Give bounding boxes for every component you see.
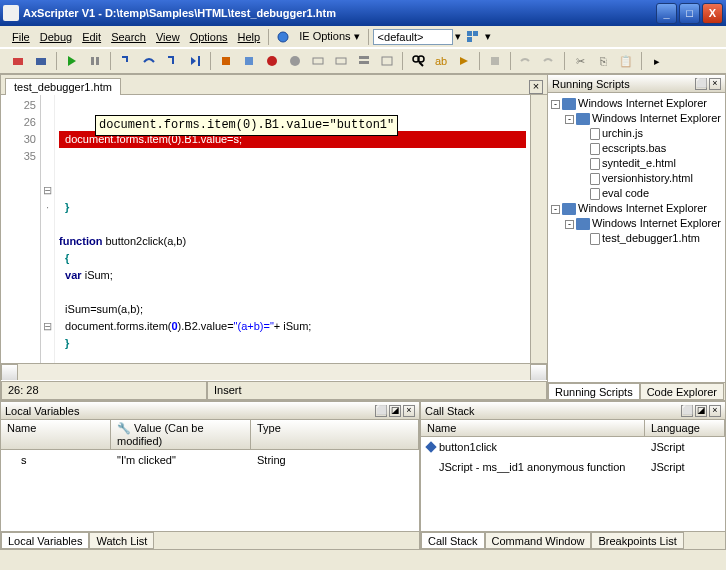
- locals-row[interactable]: s "I'm clicked" String: [1, 450, 419, 470]
- tree-node[interactable]: -Windows Internet Explorer: [551, 216, 722, 231]
- minimize-button[interactable]: _: [656, 3, 677, 24]
- col-name[interactable]: Name: [1, 420, 111, 449]
- step-into-button[interactable]: [116, 51, 136, 71]
- panel-max-button[interactable]: ◪: [695, 405, 707, 417]
- replace-button[interactable]: ab: [431, 51, 451, 71]
- svg-rect-25: [491, 57, 499, 65]
- tree-node[interactable]: -Windows Internet Explorer: [551, 111, 722, 126]
- tool-debug-icon[interactable]: [8, 51, 28, 71]
- copy-button[interactable]: ⎘: [593, 51, 613, 71]
- svg-text:ab: ab: [435, 55, 447, 67]
- menu-file[interactable]: File: [8, 29, 34, 45]
- panel-pin-button[interactable]: ⬜: [681, 405, 693, 417]
- menu-edit[interactable]: Edit: [78, 29, 105, 45]
- scroll-right-button[interactable]: [530, 364, 547, 381]
- overflow-button[interactable]: ▸: [647, 51, 667, 71]
- step-over-button[interactable]: [139, 51, 159, 71]
- locals-button[interactable]: [331, 51, 351, 71]
- scroll-left-button[interactable]: [1, 364, 18, 381]
- stop-button[interactable]: [485, 51, 505, 71]
- tab-local-variables[interactable]: Local Variables: [1, 532, 89, 549]
- run-button[interactable]: [62, 51, 82, 71]
- menu-view[interactable]: View: [152, 29, 184, 45]
- toolbar-separator: [510, 52, 511, 70]
- find-button[interactable]: [408, 51, 428, 71]
- maximize-button[interactable]: □: [679, 3, 700, 24]
- tab-call-stack[interactable]: Call Stack: [421, 532, 485, 549]
- panel-pin-button[interactable]: ⬜: [375, 405, 387, 417]
- menu-search[interactable]: Search: [107, 29, 150, 45]
- fold-gutter[interactable]: ⊟· ⊟: [41, 95, 55, 363]
- tab-breakpoints[interactable]: Breakpoints List: [591, 532, 683, 549]
- document-icon: [590, 128, 600, 140]
- menu-options[interactable]: Options: [186, 29, 232, 45]
- scripts-tree[interactable]: -Windows Internet Explorer-Windows Inter…: [548, 93, 725, 382]
- locals-grid[interactable]: Name 🔧 Value (Can be modified) Type s "I…: [1, 420, 419, 531]
- callstack-row[interactable]: JScript - ms__id1 anonymous functionJScr…: [421, 457, 725, 477]
- undo-button[interactable]: [516, 51, 536, 71]
- svg-marker-24: [460, 57, 468, 65]
- horizontal-scrollbar[interactable]: [1, 363, 547, 380]
- watch-button[interactable]: [308, 51, 328, 71]
- callstack-row[interactable]: button1clickJScript: [421, 437, 725, 457]
- tree-node[interactable]: test_debugger1.htm: [551, 231, 722, 246]
- pause-button[interactable]: [85, 51, 105, 71]
- windows-icon[interactable]: [463, 27, 483, 47]
- editor-tab[interactable]: test_debugger1.htm: [5, 78, 121, 95]
- col-type[interactable]: Type: [251, 420, 419, 449]
- status-mode: Insert: [207, 381, 547, 400]
- breakpoint-button[interactable]: [262, 51, 282, 71]
- toolbar-separator: [479, 52, 480, 70]
- step-out-button[interactable]: [162, 51, 182, 71]
- panel-max-button[interactable]: ◪: [389, 405, 401, 417]
- cut-button[interactable]: ✂: [570, 51, 590, 71]
- tree-node[interactable]: versionhistory.html: [551, 171, 722, 186]
- tree-node[interactable]: ecscripts.bas: [551, 141, 722, 156]
- panel-close-button[interactable]: ×: [709, 78, 721, 90]
- tree-node[interactable]: eval code: [551, 186, 722, 201]
- menu-help[interactable]: Help: [234, 29, 265, 45]
- toolbar-separator: [402, 52, 403, 70]
- close-button[interactable]: X: [702, 3, 723, 24]
- paste-button[interactable]: 📋: [616, 51, 636, 71]
- output-button[interactable]: [377, 51, 397, 71]
- default-combo[interactable]: <default>: [373, 29, 453, 45]
- ie-icon[interactable]: [273, 27, 293, 47]
- goto-button[interactable]: [454, 51, 474, 71]
- panel-pin-button[interactable]: ⬜: [695, 78, 707, 90]
- tool-attach-icon[interactable]: [31, 51, 51, 71]
- tree-node[interactable]: syntedit_e.html: [551, 156, 722, 171]
- tab-close-button[interactable]: ×: [529, 80, 543, 94]
- tree-node[interactable]: -Windows Internet Explorer: [551, 96, 722, 111]
- clear-breakpoints-button[interactable]: [285, 51, 305, 71]
- col-language[interactable]: Language: [645, 420, 725, 436]
- tab-watch-list[interactable]: Watch List: [89, 532, 154, 549]
- callstack-grid[interactable]: Name Language button1clickJScriptJScript…: [421, 420, 725, 531]
- toolbar: ab ✂ ⎘ 📋 ▸: [0, 48, 726, 74]
- tab-command-window[interactable]: Command Window: [485, 532, 592, 549]
- scroll-track[interactable]: [18, 364, 530, 380]
- panel-close-button[interactable]: ×: [403, 405, 415, 417]
- step-over-button2[interactable]: [239, 51, 259, 71]
- callstack-button[interactable]: [354, 51, 374, 71]
- menu-debug[interactable]: Debug: [36, 29, 76, 45]
- editor-tabs: test_debugger1.htm ×: [1, 75, 547, 95]
- panel-close-button[interactable]: ×: [709, 405, 721, 417]
- vertical-scrollbar[interactable]: [530, 95, 547, 363]
- toolbar-separator: [564, 52, 565, 70]
- ie-icon: [576, 113, 590, 125]
- svg-rect-15: [313, 58, 323, 64]
- col-value[interactable]: 🔧 Value (Can be modified): [111, 420, 251, 449]
- menu-ie-options[interactable]: IE Options ▾: [295, 28, 363, 45]
- code-editor[interactable]: document.forms.item(0).B1.value=s; docum…: [55, 95, 530, 363]
- toolbar-separator: [110, 52, 111, 70]
- tab-code-explorer[interactable]: Code Explorer: [640, 383, 724, 400]
- col-name[interactable]: Name: [421, 420, 645, 436]
- run-to-cursor-button[interactable]: [185, 51, 205, 71]
- tree-node[interactable]: -Windows Internet Explorer: [551, 201, 722, 216]
- tab-running-scripts[interactable]: Running Scripts: [548, 383, 640, 400]
- document-icon: [590, 233, 600, 245]
- step-into-button2[interactable]: [216, 51, 236, 71]
- redo-button[interactable]: [539, 51, 559, 71]
- tree-node[interactable]: urchin.js: [551, 126, 722, 141]
